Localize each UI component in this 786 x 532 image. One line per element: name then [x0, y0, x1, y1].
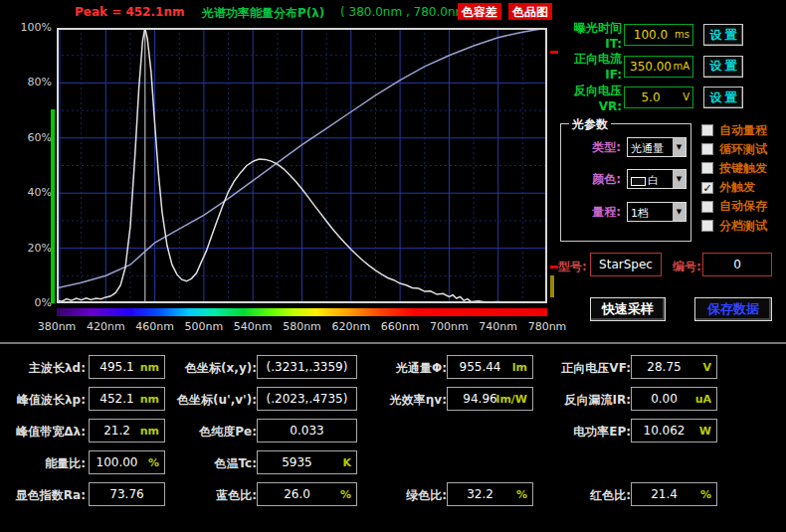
- mode-checkbox[interactable]: 自动保存: [701, 198, 767, 216]
- measurement-unit: nm: [140, 361, 159, 374]
- setting-label: 曝光时间IT:: [558, 20, 622, 51]
- light-params-group: 光参数 类型: 光通量 ▼ 颜色: 白 ▼ 量程: 1档 ▼: [560, 123, 691, 242]
- setting-label: 正向电流IF:: [558, 51, 622, 82]
- measurement-unit: W: [699, 425, 711, 438]
- checkbox-label: 分档测试: [719, 218, 767, 235]
- measurement-unit: %: [148, 456, 159, 469]
- x-tick-label: 460nm: [131, 320, 179, 333]
- white-color-swatch: [631, 177, 646, 186]
- measurement-unit: nm: [140, 393, 159, 406]
- set-button[interactable]: 设 置: [703, 24, 743, 46]
- chevron-down-icon[interactable]: ▼: [673, 170, 686, 188]
- measurement-value-field: 495.1nm: [89, 355, 165, 379]
- measurement-value-field: 94.96lm/W: [447, 387, 533, 411]
- measurement-value: 21.2: [90, 424, 144, 438]
- setting-unit: mA: [673, 61, 689, 72]
- measurement-label: 能量比:: [45, 455, 86, 472]
- measurement-value: 28.75: [632, 360, 696, 374]
- color-label: 颜色:: [592, 171, 621, 188]
- set-button[interactable]: 设 置: [703, 56, 743, 78]
- measurement-value-field: 10.062W: [631, 419, 717, 443]
- spectral-distribution-chart: [57, 28, 547, 303]
- x-tick-label: 380nm: [33, 320, 81, 333]
- measurement-unit: uA: [695, 393, 711, 406]
- set-button[interactable]: 设 置: [703, 87, 743, 108]
- setting-value: 5.0: [625, 90, 677, 104]
- checkbox-label: 按键触发: [719, 160, 767, 177]
- model-label: 型号:: [558, 259, 587, 275]
- setting-label: 反向电压VR:: [558, 83, 622, 113]
- measurement-label: 绿色比:: [406, 487, 447, 504]
- x-tick-label: 660nm: [376, 320, 424, 333]
- measurement-value: (.2023,.4735): [258, 392, 356, 406]
- spectrometer-app: Peak = 452.1nm 光谱功率能量分布P(λ) ( 380.0nm , …: [0, 0, 786, 532]
- setting-row: 反向电压VR: 5.0 V 设 置: [558, 87, 785, 108]
- measurement-label: 峰值带宽Δλ:: [16, 424, 86, 441]
- peak-wavelength-readout: Peak = 452.1nm: [75, 5, 184, 19]
- measurement-label: 红色比:: [590, 487, 631, 504]
- measurement-value: 26.0: [258, 487, 336, 501]
- chromaticity-diagram-button[interactable]: 色品图: [508, 3, 552, 20]
- chevron-down-icon[interactable]: ▼: [673, 138, 686, 156]
- y-tick-label: 40%: [2, 186, 52, 199]
- color-tolerance-button[interactable]: 色容差: [458, 3, 501, 20]
- type-label: 类型:: [592, 139, 621, 156]
- measurement-value-field: 28.75V: [631, 355, 717, 379]
- measurement-value-field: 452.1nm: [89, 387, 165, 411]
- left-level-indicator-bar: [51, 109, 55, 303]
- model-field[interactable]: StarSpec: [590, 253, 662, 276]
- measurement-label: 色温Tc:: [214, 455, 257, 472]
- measurement-unit: K: [342, 456, 351, 469]
- measurement-label: 色坐标(x,y):: [185, 360, 257, 377]
- serial-label: 编号:: [673, 259, 701, 275]
- measurement-label: 峰值波长λp:: [17, 392, 86, 409]
- measurement-value-field: (.2023,.4735): [257, 387, 357, 411]
- measurement-value: 0.00: [632, 392, 696, 406]
- measurement-unit: lm/W: [496, 393, 527, 406]
- type-dropdown[interactable]: 光通量 ▼: [627, 137, 687, 157]
- quick-sample-button[interactable]: 快速采样: [590, 297, 666, 321]
- measurement-label: 光效率ηv:: [390, 392, 447, 409]
- panel-divider: [0, 342, 786, 344]
- setting-value-field[interactable]: 100.0 ms: [624, 24, 693, 46]
- measurement-value-field: 0.00uA: [631, 387, 717, 411]
- measurement-label: 正向电压VF:: [561, 360, 631, 377]
- measurement-unit: %: [700, 488, 711, 501]
- checkbox-icon[interactable]: [701, 162, 713, 174]
- checkbox-icon[interactable]: [701, 201, 713, 213]
- x-tick-label: 420nm: [82, 320, 129, 333]
- setting-value-field[interactable]: 5.0 V: [624, 87, 693, 108]
- chevron-down-icon[interactable]: ▼: [673, 203, 686, 221]
- mode-checkbox[interactable]: 分档测试: [701, 217, 767, 235]
- measurement-unit: V: [702, 361, 711, 374]
- range-dropdown[interactable]: 1档 ▼: [627, 202, 687, 222]
- checkbox-icon[interactable]: ✓: [701, 182, 713, 194]
- mode-checkbox[interactable]: 自动量程: [701, 121, 767, 139]
- serial-field[interactable]: 0: [702, 253, 772, 276]
- measurement-value-field: 100.00%: [89, 450, 165, 474]
- measurement-value: 10.062: [632, 424, 696, 438]
- measurement-value: (.3231,.3359): [258, 360, 356, 374]
- measurement-unit: %: [516, 488, 527, 501]
- setting-row: 正向电流IF: 350.00 mA 设 置: [558, 56, 785, 78]
- range-value: 1档: [631, 206, 649, 221]
- measurement-value: 32.2: [448, 487, 512, 501]
- checkbox-icon[interactable]: [701, 220, 713, 232]
- mode-checkbox[interactable]: ✓ 外触发: [701, 179, 755, 197]
- measurement-value: 452.1: [90, 392, 144, 406]
- save-data-button[interactable]: 保存数据: [694, 297, 772, 321]
- mode-checkbox[interactable]: 按键触发: [701, 159, 767, 177]
- mode-checkbox[interactable]: 循环测试: [701, 140, 767, 158]
- checkbox-label: 自动量程: [719, 122, 767, 139]
- measurement-label: 蓝色比:: [216, 487, 257, 504]
- setting-value-field[interactable]: 350.00 mA: [624, 56, 693, 78]
- measurement-value-field: 21.4%: [631, 482, 717, 506]
- checkbox-icon[interactable]: [701, 143, 713, 155]
- setting-value: 350.00: [625, 60, 677, 74]
- color-dropdown[interactable]: 白 ▼: [627, 169, 687, 189]
- x-tick-label: 620nm: [327, 320, 375, 333]
- y-tick-label: 80%: [2, 76, 52, 89]
- checkbox-icon[interactable]: [701, 124, 713, 136]
- setting-value: 100.0: [625, 28, 677, 42]
- measurement-unit: lm: [512, 361, 527, 374]
